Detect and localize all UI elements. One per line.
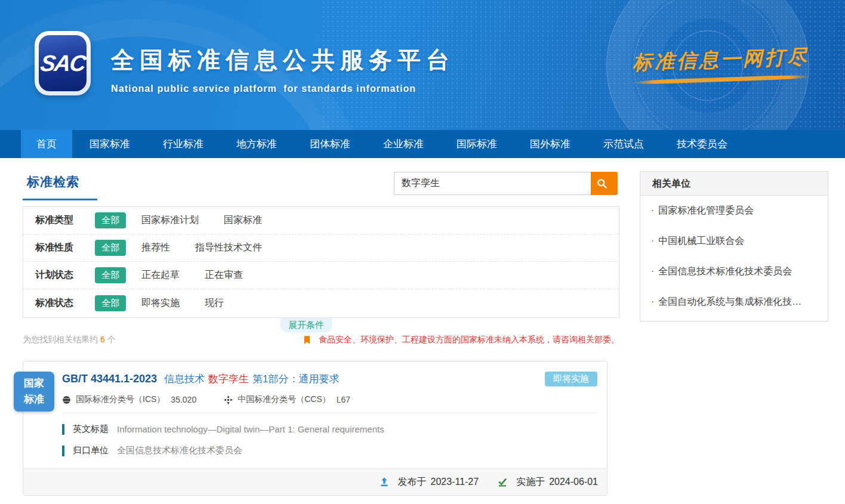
- system-notice-text: 食品安全、环境保护、工程建设方面的国家标准未纳入本系统，请咨询相关部委。: [319, 335, 619, 345]
- header-slogan-text: 标准信息一网打尽: [631, 44, 810, 76]
- upload-icon: [380, 477, 389, 487]
- standard-code-link[interactable]: GB/T 43441.1-2023: [62, 373, 157, 385]
- results-summary-prefix: 为您找到相关结果约: [23, 335, 98, 344]
- nav-item-national-standards[interactable]: 国家标准: [74, 130, 146, 158]
- english-title-value: Information technology—Digital twin—Part…: [117, 424, 384, 434]
- filter-all-button[interactable]: 全部: [95, 295, 126, 311]
- bookmark-icon: [304, 336, 310, 345]
- committee-row: 归口单位 全国信息技术标准化技术委员会: [62, 445, 597, 456]
- section-title-underline: [23, 199, 97, 200]
- related-unit-item[interactable]: 中国机械工业联合会: [640, 226, 828, 256]
- filter-label: 计划状态: [35, 269, 95, 282]
- filter-option[interactable]: 正在起草: [141, 269, 180, 282]
- badge-line1: 国家: [14, 376, 54, 391]
- nav-item-enterprise-standards[interactable]: 企业标准: [368, 130, 439, 158]
- ics-value: 35.020: [171, 395, 196, 404]
- filter-option[interactable]: 推荐性: [141, 242, 170, 254]
- related-unit-item[interactable]: 国家标准化管理委员会: [640, 196, 828, 226]
- header-slogan: 标准信息一网打尽: [631, 44, 811, 85]
- filter-row-standard-nature: 标准性质 全部 推荐性 指导性技术文件: [23, 234, 619, 262]
- result-title-row: GB/T 43441.1-2023 信息技术 数字孪生 第1部分：通用要求 即将…: [23, 361, 607, 386]
- nav-item-local-standards[interactable]: 地方标准: [221, 130, 292, 158]
- related-units-title: 相关单位: [640, 172, 828, 196]
- results-count: 6: [100, 335, 105, 344]
- result-card-footer: 发布于 2023-11-27 实施于 2024-06-01: [23, 468, 607, 495]
- committee-label: 归口单位: [73, 445, 109, 456]
- main-nav-list: 首页 国家标准 行业标准 地方标准 团体标准 企业标准 国际标准 国外标准 示范…: [0, 130, 845, 158]
- sac-logo[interactable]: SAC: [35, 31, 91, 95]
- related-units-panel: 相关单位 国家标准化管理委员会 中国机械工业联合会 全国信息技术标准化技术委员会…: [640, 171, 828, 321]
- results-summary-row: 为您找到相关结果约6个 食品安全、环境保护、工程建设方面的国家标准未纳入本系统，…: [23, 335, 619, 345]
- result-meta-row: 国际标准分类号（ICS） 35.020 中国标准分类号（CCS） L67: [62, 394, 597, 413]
- filter-label: 标准类型: [35, 214, 95, 227]
- implemented-date-item: 实施于 2024-06-01: [498, 476, 598, 488]
- nav-item-international-standards[interactable]: 国际标准: [441, 130, 513, 158]
- standard-title-highlight[interactable]: 数字孪生: [208, 372, 249, 386]
- search-input[interactable]: [394, 172, 591, 195]
- nav-item-pilot[interactable]: 示范试点: [588, 130, 659, 158]
- site-title: 全国标准信息公共服务平台: [111, 44, 455, 76]
- related-unit-item[interactable]: 全国自动化系统与集成标准化技…: [640, 287, 828, 317]
- english-title-label: 英文标题: [73, 423, 109, 435]
- filter-option[interactable]: 现行: [205, 297, 224, 310]
- detail-accent-bar: [62, 446, 64, 456]
- filter-box: 标准类型 全部 国家标准计划 国家标准 标准性质 全部 推荐性 指导性技术文件 …: [23, 206, 619, 318]
- filter-all-button[interactable]: 全部: [95, 267, 126, 283]
- nav-item-industry-standards[interactable]: 行业标准: [147, 130, 219, 158]
- filter-option[interactable]: 即将实施: [141, 297, 180, 310]
- filter-all-button[interactable]: 全部: [95, 240, 126, 256]
- page: SAC 全国标准信息公共服务平台 National public service…: [0, 0, 845, 504]
- nav-item-technical-committee[interactable]: 技术委员会: [661, 130, 743, 158]
- ics-label: 国际标准分类号（ICS）: [76, 394, 165, 405]
- results-summary-suffix: 个: [107, 335, 116, 344]
- filter-option[interactable]: 正在审查: [205, 269, 243, 282]
- implemented-label: 实施于: [516, 476, 545, 488]
- ccs-label: 中国标准分类号（CCS）: [238, 394, 331, 405]
- published-label: 发布于: [398, 476, 427, 488]
- filter-option[interactable]: 国家标准: [224, 214, 262, 227]
- published-date: 2023-11-27: [431, 477, 479, 487]
- filter-row-standard-status: 标准状态 全部 即将实施 现行: [23, 289, 619, 317]
- related-unit-item[interactable]: 全国信息技术标准化技术委员会: [640, 256, 828, 287]
- filter-row-plan-status: 计划状态 全部 正在起草 正在审查: [23, 262, 619, 289]
- ccs-value: L67: [337, 395, 350, 404]
- detail-accent-bar: [62, 424, 64, 435]
- compass-icon: [224, 395, 233, 404]
- expand-conditions-button[interactable]: 展开条件: [280, 318, 332, 333]
- committee-value: 全国信息技术标准化技术委员会: [117, 445, 242, 456]
- standard-title-part1[interactable]: 信息技术: [164, 372, 205, 386]
- check-icon: [498, 477, 507, 487]
- nav-item-foreign-standards[interactable]: 国外标准: [514, 130, 586, 158]
- published-date-item: 发布于 2023-11-27: [380, 476, 479, 488]
- main-nav: 首页 国家标准 行业标准 地方标准 团体标准 企业标准 国际标准 国外标准 示范…: [0, 130, 845, 158]
- globe-icon: [62, 395, 71, 404]
- implemented-date: 2024-06-01: [549, 477, 598, 487]
- search-button[interactable]: [591, 172, 618, 195]
- national-standard-badge[interactable]: 国家 标准: [14, 372, 54, 412]
- status-badge: 即将实施: [545, 372, 597, 386]
- related-units-list: 国家标准化管理委员会 中国机械工业联合会 全国信息技术标准化技术委员会 全国自动…: [640, 196, 828, 317]
- site-subtitle: National public service platform for sta…: [111, 84, 455, 94]
- search-section-header: 标准检索: [23, 174, 97, 200]
- filter-label: 标准状态: [35, 297, 95, 310]
- sac-logo-inner: SAC: [39, 35, 87, 91]
- search-icon: [596, 178, 608, 190]
- filter-row-standard-type: 标准类型 全部 国家标准计划 国家标准: [23, 207, 619, 234]
- filter-all-button[interactable]: 全部: [95, 212, 126, 228]
- nav-item-group-standards[interactable]: 团体标准: [294, 130, 366, 158]
- nav-item-home[interactable]: 首页: [21, 130, 72, 158]
- result-card: 国家 标准 GB/T 43441.1-2023 信息技术 数字孪生 第1部分：通…: [23, 361, 607, 496]
- badge-line2: 标准: [14, 392, 54, 407]
- site-header: SAC 全国标准信息公共服务平台 National public service…: [0, 0, 845, 130]
- header-title-block: 全国标准信息公共服务平台 National public service pla…: [111, 44, 455, 94]
- results-summary: 为您找到相关结果约6个: [23, 335, 116, 345]
- english-title-row: 英文标题 Information technology—Digital twin…: [62, 423, 597, 435]
- section-title: 标准检索: [23, 174, 97, 199]
- sac-logo-text: SAC: [39, 51, 87, 76]
- filter-option[interactable]: 国家标准计划: [141, 214, 199, 227]
- filter-option[interactable]: 指导性技术文件: [195, 242, 262, 254]
- system-notice: 食品安全、环境保护、工程建设方面的国家标准未纳入本系统，请咨询相关部委。: [304, 335, 619, 345]
- standard-title-part2[interactable]: 第1部分：通用要求: [252, 372, 339, 386]
- filter-label: 标准性质: [35, 242, 95, 254]
- search-bar: [394, 172, 618, 195]
